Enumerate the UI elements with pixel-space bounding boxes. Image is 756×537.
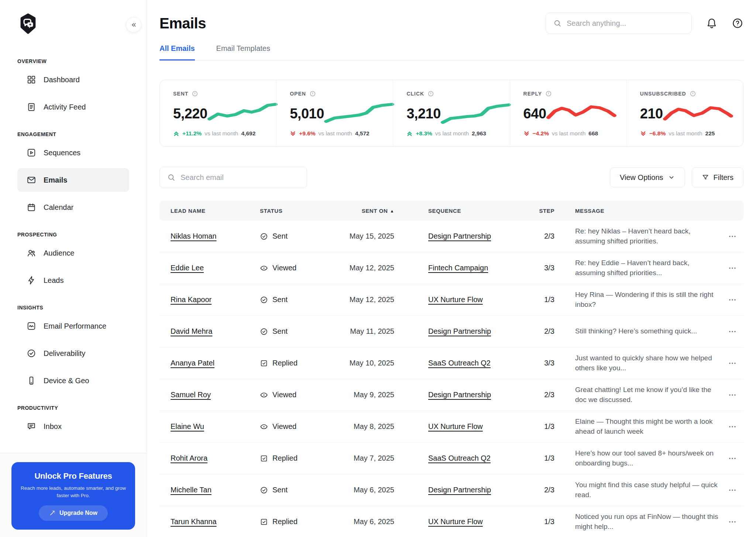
collapse-sidebar-button[interactable] <box>126 17 141 32</box>
upgrade-now-button[interactable]: Upgrade Now <box>39 505 108 521</box>
sidebar-section-overview: OVERVIEW <box>17 58 129 64</box>
lead-name-link[interactable]: Eddie Lee <box>171 264 204 272</box>
table-row: Elaine Wu Viewed May 8, 2025 UX Nurture … <box>159 411 743 443</box>
info-icon[interactable] <box>690 90 696 97</box>
sequence-link[interactable]: UX Nurture Flow <box>428 295 483 304</box>
table-row: Eddie Lee Viewed May 12, 2025 Fintech Ca… <box>159 252 743 284</box>
sidebar-item-activity-feed[interactable]: Activity Feed <box>17 95 129 119</box>
row-actions-button[interactable] <box>726 327 739 336</box>
search-icon <box>553 19 561 27</box>
global-search-input[interactable] <box>567 19 684 28</box>
help-button[interactable] <box>732 17 743 29</box>
sidebar-item-email-performance[interactable]: Email Performance <box>17 314 129 338</box>
lead-name-link[interactable]: Ananya Patel <box>171 359 214 367</box>
sidebar-item-inbox[interactable]: Inbox <box>17 415 129 438</box>
view-options-button[interactable]: View Options <box>610 167 685 187</box>
column-header-lead-name[interactable]: LEAD NAME <box>159 208 260 214</box>
info-icon[interactable] <box>427 90 434 97</box>
status-label: Viewed <box>272 264 296 272</box>
stat-label: OPEN <box>290 91 306 97</box>
lead-name-link[interactable]: Niklas Homan <box>171 232 216 240</box>
row-actions-button[interactable] <box>726 486 739 495</box>
sidebar-item-dashboard[interactable]: Dashboard <box>17 68 129 91</box>
sidebar-item-device-geo[interactable]: Device & Geo <box>17 369 129 392</box>
column-header-message[interactable]: MESSAGE <box>557 208 721 214</box>
row-actions-button[interactable] <box>726 454 739 463</box>
info-icon[interactable] <box>545 90 552 97</box>
lead-name-link[interactable]: Tarun Khanna <box>171 517 217 526</box>
sequence-link[interactable]: Design Partnership <box>428 486 491 494</box>
column-header-step[interactable]: STEP <box>526 208 557 214</box>
stat-label: CLICK <box>406 91 424 97</box>
sequence-link[interactable]: Design Partnership <box>428 327 491 335</box>
status-cell: Sent <box>260 232 327 240</box>
lead-name-cell: Tarun Khanna <box>159 517 260 526</box>
sidebar-item-audience[interactable]: Audience <box>17 241 129 265</box>
sidebar-item-label: Calendar <box>44 203 73 212</box>
stat-prev-value: 668 <box>588 130 598 137</box>
sequence-cell: SaaS Outreach Q2 <box>399 359 526 367</box>
sequence-link[interactable]: Fintech Campaign <box>428 264 488 272</box>
info-icon[interactable] <box>192 90 198 97</box>
table-row: Rohit Arora Replied May 7, 2025 SaaS Out… <box>159 443 743 474</box>
sidebar-item-label: Audience <box>44 249 74 257</box>
trend-up-icon <box>173 131 179 137</box>
column-header-sequence[interactable]: SEQUENCE <box>399 208 526 214</box>
bolt-icon <box>27 276 36 285</box>
info-icon[interactable] <box>309 90 316 97</box>
sidebar-item-sequences[interactable]: Sequences <box>17 141 129 164</box>
sequence-cell: Design Partnership <box>399 391 526 399</box>
lead-name-cell: Eddie Lee <box>159 264 260 272</box>
sequence-link[interactable]: UX Nurture Flow <box>428 517 483 526</box>
sequence-link[interactable]: Design Partnership <box>428 391 491 399</box>
actions-cell <box>721 359 743 368</box>
sidebar-item-calendar[interactable]: Calendar <box>17 195 129 219</box>
sidebar-item-deliverability[interactable]: Deliverability <box>17 342 129 365</box>
column-header-status[interactable]: STATUS <box>260 208 327 214</box>
row-actions-button[interactable] <box>726 359 739 368</box>
row-actions-button[interactable] <box>726 391 739 399</box>
email-search-input[interactable] <box>181 173 299 182</box>
sidebar-item-label: Email Performance <box>44 322 106 330</box>
tab-email-templates[interactable]: Email Templates <box>216 44 270 60</box>
step-cell: 3/3 <box>526 359 557 367</box>
sidebar-header <box>0 0 147 35</box>
status-viewed-icon <box>260 264 268 272</box>
sequence-cell: Fintech Campaign <box>399 264 526 272</box>
sidebar-item-leads[interactable]: Leads <box>17 268 129 292</box>
lead-name-link[interactable]: Rohit Arora <box>171 454 207 462</box>
header-actions <box>546 13 743 34</box>
row-actions-button[interactable] <box>726 422 739 431</box>
actions-cell <box>721 232 743 241</box>
status-label: Viewed <box>272 422 296 431</box>
table-row: Ananya Patel Replied May 10, 2025 SaaS O… <box>159 347 743 379</box>
row-actions-button[interactable] <box>726 517 739 526</box>
lead-name-link[interactable]: Rina Kapoor <box>171 295 212 304</box>
row-actions-button[interactable] <box>726 295 739 304</box>
sent-on-cell: May 8, 2025 <box>327 422 399 431</box>
actions-cell <box>721 422 743 431</box>
row-actions-button[interactable] <box>726 264 739 273</box>
pro-card-body: Reach more leads, automate smarter, and … <box>20 485 127 500</box>
tab-all-emails[interactable]: All Emails <box>159 44 195 60</box>
lead-name-link[interactable]: David Mehra <box>171 327 212 335</box>
lead-name-link[interactable]: Michelle Tan <box>171 486 212 494</box>
step-cell: 3/3 <box>526 264 557 272</box>
pro-card-title: Unlock Pro Features <box>20 471 127 481</box>
sidebar-item-emails[interactable]: Emails <box>17 168 129 192</box>
column-header-sent-on[interactable]: SENT ON▲ <box>327 208 399 214</box>
sequence-link[interactable]: SaaS Outreach Q2 <box>428 454 491 462</box>
filters-button[interactable]: Filters <box>692 167 743 187</box>
row-actions-button[interactable] <box>726 232 739 241</box>
sequence-link[interactable]: UX Nurture Flow <box>428 422 483 430</box>
sequence-link[interactable]: SaaS Outreach Q2 <box>428 359 491 367</box>
sequence-link[interactable]: Design Partnership <box>428 232 491 240</box>
filters-label: Filters <box>714 173 733 182</box>
lead-name-link[interactable]: Samuel Roy <box>171 391 211 399</box>
sent-on-cell: May 6, 2025 <box>327 486 399 494</box>
help-circle-icon <box>732 17 743 29</box>
status-replied-icon <box>260 359 268 367</box>
sequence-cell: UX Nurture Flow <box>399 517 526 526</box>
notifications-button[interactable] <box>706 17 718 29</box>
lead-name-link[interactable]: Elaine Wu <box>171 422 204 430</box>
